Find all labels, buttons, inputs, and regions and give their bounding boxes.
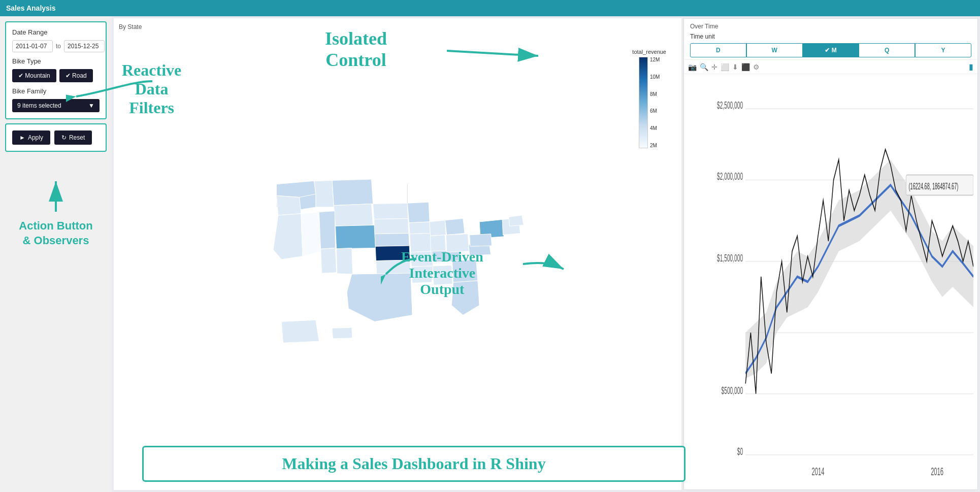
settings-icon[interactable]: ⚙ — [753, 63, 760, 71]
camera-icon[interactable]: 📷 — [688, 63, 697, 71]
map-section-label: By State — [119, 23, 676, 30]
legend-label-12m: 12M — [650, 57, 660, 62]
map-area: By State — [114, 18, 681, 490]
time-unit-label: Time unit — [690, 33, 971, 40]
zoom-in-icon[interactable]: 🔍 — [700, 63, 708, 71]
dropdown-arrow-icon: ▼ — [88, 102, 94, 109]
date-to-input[interactable] — [64, 40, 105, 52]
apply-label: Apply — [28, 134, 43, 141]
main-content: Date Range to Bike Type ✔ Mountain ✔ Roa… — [0, 16, 980, 492]
road-btn[interactable]: ✔ Road — [59, 69, 93, 82]
date-from-input[interactable] — [12, 40, 53, 52]
time-btn-y[interactable]: Y — [915, 43, 971, 57]
select-icon[interactable]: ⬜ — [721, 63, 729, 71]
legend-label-2m: 2M — [650, 143, 660, 148]
over-time-label: Over Time — [690, 23, 971, 30]
refresh-icon: ↻ — [61, 134, 67, 141]
date-range-row: to — [12, 40, 100, 52]
time-btn-w[interactable]: W — [746, 43, 803, 57]
legend-container: total_revenue 12M 10M 8M 6M 4M 2M — [632, 49, 666, 148]
sidebar-annotation: Action Button & Observers — [5, 176, 107, 248]
legend-labels: 12M 10M 8M 6M 4M 2M — [650, 57, 660, 148]
app-title: Sales Analysis — [6, 4, 56, 12]
apply-button[interactable]: ► Apply — [12, 130, 50, 145]
action-annotation-text: Action Button & Observers — [5, 219, 107, 248]
map-container: total_revenue 12M 10M 8M 6M 4M 2M — [119, 34, 676, 485]
chart-type-icon[interactable]: ▮ — [969, 62, 973, 72]
legend-label-8m: 8M — [650, 91, 660, 97]
action-arrow-icon — [41, 176, 71, 217]
date-separator: to — [56, 43, 61, 50]
bike-family-label: Bike Family — [12, 87, 100, 95]
legend-label-6m: 6M — [650, 108, 660, 114]
legend-label-4m: 4M — [650, 125, 660, 131]
usa-map[interactable] — [250, 163, 545, 356]
svg-text:2014: 2014 — [812, 465, 825, 478]
time-btn-d[interactable]: D — [690, 43, 746, 57]
svg-text:$500,000: $500,000 — [722, 385, 743, 396]
title-bar: Sales Analysis — [0, 0, 980, 16]
export-icon[interactable]: ⬛ — [741, 63, 750, 71]
svg-text:$1,500,000: $1,500,000 — [717, 252, 743, 263]
sidebar: Date Range to Bike Type ✔ Mountain ✔ Roa… — [0, 16, 112, 492]
play-icon: ► — [19, 134, 25, 141]
chart-body: $2,500,000 $2,000,000 $1,500,000 $500,00… — [684, 74, 977, 489]
time-btn-q[interactable]: Q — [859, 43, 915, 57]
bike-family-select[interactable]: 9 items selected ▼ — [12, 99, 100, 112]
svg-text:(16224.68, 1864874.67): (16224.68, 1864874.67) — [909, 181, 959, 191]
bottom-banner-text: Making a Sales Dashboard in R Shiny — [282, 454, 545, 473]
svg-text:$0: $0 — [737, 446, 743, 456]
bike-type-row: ✔ Mountain ✔ Road — [12, 69, 100, 82]
reset-label: Reset — [69, 134, 85, 141]
reset-button[interactable]: ↻ Reset — [54, 130, 92, 145]
svg-text:$2,500,000: $2,500,000 — [717, 100, 743, 111]
bike-type-label: Bike Type — [12, 57, 100, 65]
svg-text:2016: 2016 — [931, 465, 943, 478]
crosshair-icon[interactable]: ✛ — [711, 63, 717, 71]
legend-label-10m: 10M — [650, 74, 660, 80]
chart-header: Over Time Time unit D W ✔ M Q Y — [684, 19, 977, 60]
svg-text:$2,000,000: $2,000,000 — [717, 171, 743, 182]
chart-area: Over Time Time unit D W ✔ M Q Y 📷 🔍 ✛ ⬜ … — [683, 18, 978, 490]
time-unit-buttons: D W ✔ M Q Y — [690, 43, 971, 57]
legend-color-bar — [639, 57, 648, 148]
filter-panel: Date Range to Bike Type ✔ Mountain ✔ Roa… — [5, 21, 107, 119]
legend-title: total_revenue — [632, 49, 666, 55]
bottom-banner: Making a Sales Dashboard in R Shiny — [142, 446, 685, 482]
date-range-label: Date Range — [12, 28, 100, 36]
download-icon[interactable]: ⬇ — [732, 63, 738, 71]
chart-toolbar: 📷 🔍 ✛ ⬜ ⬇ ⬛ ⚙ ▮ — [684, 60, 977, 74]
bike-family-value: 9 items selected — [17, 102, 61, 109]
mountain-btn[interactable]: ✔ Mountain — [12, 69, 56, 82]
legend-row: 12M 10M 8M 6M 4M 2M — [639, 57, 660, 148]
time-btn-m[interactable]: ✔ M — [803, 43, 859, 57]
time-series-chart[interactable]: $2,500,000 $2,000,000 $1,500,000 $500,00… — [714, 78, 973, 485]
action-panel: ► Apply ↻ Reset — [5, 123, 107, 152]
